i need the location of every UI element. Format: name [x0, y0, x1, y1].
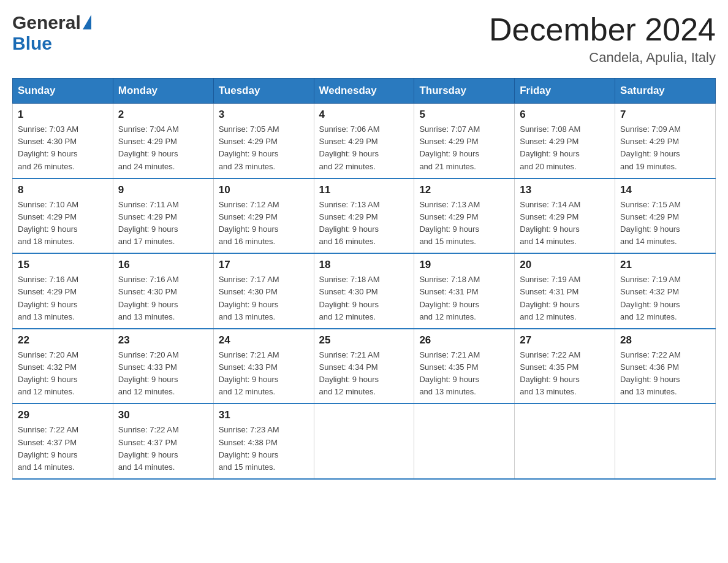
calendar-cell: 8Sunrise: 7:10 AMSunset: 4:29 PMDaylight…: [13, 178, 113, 254]
calendar-cell: 19Sunrise: 7:18 AMSunset: 4:31 PMDayligh…: [414, 253, 515, 329]
page-header: General Blue December 2024 Candela, Apul…: [12, 12, 716, 66]
day-info: Sunrise: 7:16 AMSunset: 4:29 PMDaylight:…: [18, 274, 108, 323]
day-info: Sunrise: 7:15 AMSunset: 4:29 PMDaylight:…: [620, 199, 710, 248]
calendar-week-2: 8Sunrise: 7:10 AMSunset: 4:29 PMDaylight…: [13, 178, 716, 254]
calendar-cell: 17Sunrise: 7:17 AMSunset: 4:30 PMDayligh…: [213, 253, 314, 329]
calendar-cell: 30Sunrise: 7:22 AMSunset: 4:37 PMDayligh…: [113, 404, 213, 479]
calendar-week-5: 29Sunrise: 7:22 AMSunset: 4:37 PMDayligh…: [13, 404, 716, 479]
day-info: Sunrise: 7:16 AMSunset: 4:30 PMDaylight:…: [118, 274, 208, 323]
logo: General Blue: [12, 12, 91, 54]
calendar-week-1: 1Sunrise: 7:03 AMSunset: 4:30 PMDaylight…: [13, 104, 716, 178]
month-title: December 2024: [489, 12, 716, 47]
day-info: Sunrise: 7:21 AMSunset: 4:34 PMDaylight:…: [319, 349, 409, 399]
day-number: 4: [319, 109, 409, 121]
day-number: 12: [419, 184, 509, 196]
day-number: 31: [219, 409, 309, 421]
day-info: Sunrise: 7:21 AMSunset: 4:35 PMDaylight:…: [419, 349, 509, 399]
calendar-cell: [515, 404, 615, 479]
calendar-cell: 5Sunrise: 7:07 AMSunset: 4:29 PMDaylight…: [414, 104, 515, 178]
calendar-cell: 26Sunrise: 7:21 AMSunset: 4:35 PMDayligh…: [414, 329, 515, 404]
calendar-cell: 6Sunrise: 7:08 AMSunset: 4:29 PMDaylight…: [515, 104, 615, 178]
day-number: 9: [118, 184, 208, 196]
title-block: December 2024 Candela, Apulia, Italy: [489, 12, 716, 66]
day-info: Sunrise: 7:10 AMSunset: 4:29 PMDaylight:…: [18, 199, 108, 248]
calendar-cell: [414, 404, 515, 479]
calendar-cell: 16Sunrise: 7:16 AMSunset: 4:30 PMDayligh…: [113, 253, 213, 329]
calendar-cell: [615, 404, 716, 479]
calendar-cell: 13Sunrise: 7:14 AMSunset: 4:29 PMDayligh…: [515, 178, 615, 254]
calendar-cell: 22Sunrise: 7:20 AMSunset: 4:32 PMDayligh…: [13, 329, 113, 404]
calendar-week-4: 22Sunrise: 7:20 AMSunset: 4:32 PMDayligh…: [13, 329, 716, 404]
day-info: Sunrise: 7:18 AMSunset: 4:30 PMDaylight:…: [319, 274, 409, 323]
day-number: 8: [18, 184, 108, 196]
calendar-cell: 31Sunrise: 7:23 AMSunset: 4:38 PMDayligh…: [213, 404, 314, 479]
day-info: Sunrise: 7:13 AMSunset: 4:29 PMDaylight:…: [319, 199, 409, 248]
col-friday: Friday: [515, 79, 615, 104]
day-info: Sunrise: 7:08 AMSunset: 4:29 PMDaylight:…: [520, 123, 610, 173]
calendar-cell: 18Sunrise: 7:18 AMSunset: 4:30 PMDayligh…: [314, 253, 414, 329]
day-number: 30: [118, 409, 208, 421]
day-number: 15: [18, 259, 108, 271]
calendar-table: Sunday Monday Tuesday Wednesday Thursday…: [12, 78, 716, 480]
day-info: Sunrise: 7:05 AMSunset: 4:29 PMDaylight:…: [219, 123, 309, 173]
day-info: Sunrise: 7:23 AMSunset: 4:38 PMDaylight:…: [219, 424, 309, 473]
day-info: Sunrise: 7:22 AMSunset: 4:35 PMDaylight:…: [520, 349, 610, 399]
day-number: 22: [18, 334, 108, 347]
calendar-cell: 1Sunrise: 7:03 AMSunset: 4:30 PMDaylight…: [13, 104, 113, 178]
calendar-cell: 2Sunrise: 7:04 AMSunset: 4:29 PMDaylight…: [113, 104, 213, 178]
calendar-cell: 12Sunrise: 7:13 AMSunset: 4:29 PMDayligh…: [414, 178, 515, 254]
col-tuesday: Tuesday: [213, 79, 314, 104]
day-info: Sunrise: 7:21 AMSunset: 4:33 PMDaylight:…: [219, 349, 309, 399]
day-number: 18: [319, 259, 409, 271]
day-info: Sunrise: 7:20 AMSunset: 4:33 PMDaylight:…: [118, 349, 208, 399]
day-info: Sunrise: 7:04 AMSunset: 4:29 PMDaylight:…: [118, 123, 208, 173]
day-number: 3: [219, 109, 309, 121]
logo-blue-text: Blue: [12, 33, 52, 53]
day-number: 28: [620, 334, 710, 347]
calendar-cell: [314, 404, 414, 479]
location-title: Candela, Apulia, Italy: [489, 50, 716, 66]
day-number: 25: [319, 334, 409, 347]
day-info: Sunrise: 7:14 AMSunset: 4:29 PMDaylight:…: [520, 199, 610, 248]
day-number: 14: [620, 184, 710, 196]
calendar-cell: 15Sunrise: 7:16 AMSunset: 4:29 PMDayligh…: [13, 253, 113, 329]
day-info: Sunrise: 7:06 AMSunset: 4:29 PMDaylight:…: [319, 123, 409, 173]
day-info: Sunrise: 7:20 AMSunset: 4:32 PMDaylight:…: [18, 349, 108, 399]
day-number: 29: [18, 409, 108, 421]
day-info: Sunrise: 7:03 AMSunset: 4:30 PMDaylight:…: [18, 123, 108, 173]
calendar-cell: 23Sunrise: 7:20 AMSunset: 4:33 PMDayligh…: [113, 329, 213, 404]
calendar-cell: 9Sunrise: 7:11 AMSunset: 4:29 PMDaylight…: [113, 178, 213, 254]
calendar-cell: 20Sunrise: 7:19 AMSunset: 4:31 PMDayligh…: [515, 253, 615, 329]
logo-triangle-icon: [83, 15, 91, 29]
calendar-cell: 4Sunrise: 7:06 AMSunset: 4:29 PMDaylight…: [314, 104, 414, 178]
col-sunday: Sunday: [13, 79, 113, 104]
day-info: Sunrise: 7:17 AMSunset: 4:30 PMDaylight:…: [219, 274, 309, 323]
col-wednesday: Wednesday: [314, 79, 414, 104]
day-number: 21: [620, 259, 710, 271]
day-number: 17: [219, 259, 309, 271]
day-info: Sunrise: 7:09 AMSunset: 4:29 PMDaylight:…: [620, 123, 710, 173]
calendar-cell: 25Sunrise: 7:21 AMSunset: 4:34 PMDayligh…: [314, 329, 414, 404]
calendar-cell: 7Sunrise: 7:09 AMSunset: 4:29 PMDaylight…: [615, 104, 716, 178]
calendar-cell: 3Sunrise: 7:05 AMSunset: 4:29 PMDaylight…: [213, 104, 314, 178]
calendar-cell: 10Sunrise: 7:12 AMSunset: 4:29 PMDayligh…: [213, 178, 314, 254]
day-number: 11: [319, 184, 409, 196]
col-saturday: Saturday: [615, 79, 716, 104]
calendar-cell: 24Sunrise: 7:21 AMSunset: 4:33 PMDayligh…: [213, 329, 314, 404]
day-number: 1: [18, 109, 108, 121]
day-info: Sunrise: 7:22 AMSunset: 4:37 PMDaylight:…: [18, 424, 108, 473]
day-number: 10: [219, 184, 309, 196]
day-number: 19: [419, 259, 509, 271]
day-info: Sunrise: 7:12 AMSunset: 4:29 PMDaylight:…: [219, 199, 309, 248]
day-number: 5: [419, 109, 509, 121]
day-info: Sunrise: 7:19 AMSunset: 4:31 PMDaylight:…: [520, 274, 610, 323]
calendar-cell: 27Sunrise: 7:22 AMSunset: 4:35 PMDayligh…: [515, 329, 615, 404]
day-info: Sunrise: 7:22 AMSunset: 4:36 PMDaylight:…: [620, 349, 710, 399]
col-thursday: Thursday: [414, 79, 515, 104]
calendar-week-3: 15Sunrise: 7:16 AMSunset: 4:29 PMDayligh…: [13, 253, 716, 329]
day-number: 23: [118, 334, 208, 347]
day-number: 2: [118, 109, 208, 121]
day-info: Sunrise: 7:22 AMSunset: 4:37 PMDaylight:…: [118, 424, 208, 473]
logo-general-text: General: [12, 12, 81, 33]
day-number: 20: [520, 259, 610, 271]
